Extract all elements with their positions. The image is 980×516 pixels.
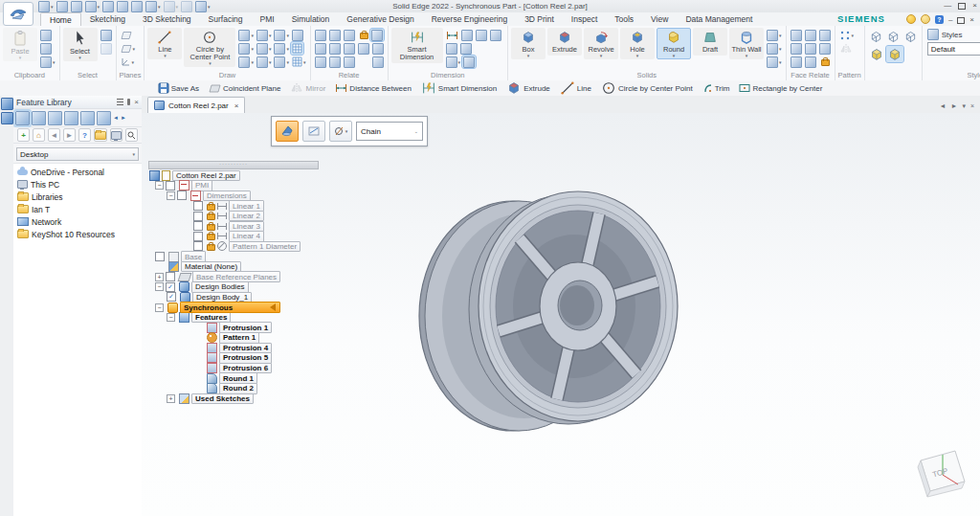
save-as-command[interactable]: Save As xyxy=(158,82,199,94)
intersect-button[interactable] xyxy=(357,42,370,55)
cut-button[interactable] xyxy=(39,29,53,41)
model-3d[interactable] xyxy=(410,172,725,460)
tree-row-design-body-1[interactable]: ✓Design Body_1 xyxy=(145,292,433,303)
close-button[interactable]: × xyxy=(972,1,977,10)
tree-row-used-sketches[interactable]: +Used Sketches xyxy=(145,393,433,404)
fillet-button[interactable]: ▾ xyxy=(273,29,290,41)
round-button[interactable]: Round▾ xyxy=(657,28,691,59)
tree-row-round-2[interactable]: Round 2 xyxy=(145,383,433,393)
pattern-button[interactable]: ▾ xyxy=(838,29,856,41)
tab-home[interactable]: Home xyxy=(40,12,81,26)
chain-dropdown[interactable]: Chain ⌄ xyxy=(356,122,423,141)
coordinate-dimension-button[interactable] xyxy=(475,29,488,41)
panel-menu-icon[interactable] xyxy=(117,99,123,105)
qat-undo-button[interactable]: ▾ xyxy=(145,1,161,12)
qat-customize-button[interactable]: ▾ xyxy=(195,1,211,12)
box-button[interactable]: Box▾ xyxy=(511,28,546,59)
application-button[interactable] xyxy=(3,2,33,26)
checkbox-unchecked[interactable] xyxy=(193,241,203,251)
fr-horizontal-button[interactable] xyxy=(790,56,803,68)
qat-save-button[interactable] xyxy=(71,1,82,12)
concentric-button[interactable] xyxy=(343,29,356,41)
cube-wire-button[interactable] xyxy=(868,29,884,45)
collinear-button[interactable] xyxy=(328,29,342,41)
curve-button[interactable]: ▾ xyxy=(256,42,273,55)
forward-button[interactable]: ► xyxy=(63,128,76,142)
help-button[interactable]: ? xyxy=(78,128,91,142)
tab-close-all-icon[interactable]: × xyxy=(970,102,974,110)
tab-scroll-right-icon[interactable]: ► xyxy=(950,102,957,110)
extrude-command[interactable]: Extrude xyxy=(506,80,550,96)
expand-icon[interactable]: + xyxy=(167,394,175,403)
fr-tangent-button[interactable] xyxy=(804,56,817,68)
qat-sheet-setup-button[interactable] xyxy=(102,1,114,12)
grid-options-button[interactable]: ▾ xyxy=(291,56,307,68)
tree-row-pmi[interactable]: −PMI xyxy=(145,181,433,191)
tab-pmi[interactable]: PMI xyxy=(252,12,283,26)
fr-coplanar-button[interactable] xyxy=(804,29,817,41)
tree-row-protrusion-4[interactable]: Protrusion 4 xyxy=(145,343,433,353)
tree-row-pattern-1-diameter[interactable]: Pattern 1 Diameter xyxy=(145,241,433,252)
cube-wire-button[interactable] xyxy=(885,29,902,45)
library-item-onedrive-personal[interactable]: OneDrive - Personal xyxy=(13,166,142,178)
minimize-button[interactable]: — xyxy=(944,1,951,10)
qat-links-button[interactable] xyxy=(117,1,128,12)
format-painter-button[interactable]: ▾ xyxy=(39,56,56,68)
qat-new-button[interactable]: ▾ xyxy=(38,1,54,12)
arc-button[interactable]: ▾ xyxy=(256,29,273,41)
checkbox-unchecked[interactable] xyxy=(155,252,165,261)
pathfinder-drag-handle[interactable]: ·········· xyxy=(148,161,319,169)
extrude-button[interactable]: Extrude xyxy=(547,28,582,56)
checkbox-unchecked[interactable] xyxy=(177,191,187,200)
document-tab[interactable]: Cotton Reel 2.par × xyxy=(147,97,245,113)
smart-dimension-command[interactable]: Smart Dimension xyxy=(421,80,497,96)
tab-inspect[interactable]: Inspect xyxy=(563,12,606,26)
workspace-button[interactable] xyxy=(110,128,122,142)
fr-parallel-button[interactable] xyxy=(790,42,803,55)
doc-restore-button[interactable] xyxy=(957,17,965,24)
account-smiley-icon[interactable] xyxy=(906,14,916,24)
fix-button[interactable] xyxy=(343,56,356,68)
pin-icon[interactable] xyxy=(127,99,130,105)
collapse-icon[interactable]: − xyxy=(155,181,164,190)
collapse-arrow-icon[interactable] xyxy=(270,303,276,311)
tab-reverse-engineering[interactable]: Reverse Engineering xyxy=(423,12,516,26)
back-button[interactable]: ◄ xyxy=(48,128,60,142)
qat-select-tool-button[interactable] xyxy=(181,1,192,12)
cube-gold-button[interactable] xyxy=(886,46,903,62)
collapse-icon[interactable]: − xyxy=(167,313,175,322)
diameter-button[interactable] xyxy=(459,42,473,55)
expand-icon[interactable]: + xyxy=(155,273,164,281)
trim-command[interactable]: Trim xyxy=(702,83,730,94)
mirror-button[interactable] xyxy=(838,42,854,55)
symmetry-axis-button[interactable] xyxy=(328,56,342,68)
library-parts-tab[interactable] xyxy=(15,111,30,125)
fr-offset-button[interactable] xyxy=(818,29,832,41)
tree-row-protrusion-5[interactable]: Protrusion 5 xyxy=(145,353,433,364)
tab-sketching[interactable]: Sketching xyxy=(81,12,134,26)
maximize-button[interactable] xyxy=(958,3,966,10)
radius-button[interactable] xyxy=(445,42,458,55)
tab-surfacing[interactable]: Surfacing xyxy=(200,12,252,26)
library-display-tab[interactable] xyxy=(48,111,62,125)
fr-equal-button[interactable] xyxy=(818,42,832,55)
search-button[interactable] xyxy=(125,128,138,142)
new-folder-button[interactable] xyxy=(94,128,107,142)
mirror-command[interactable]: Mirror xyxy=(290,82,325,94)
checkbox-unchecked[interactable] xyxy=(193,232,203,241)
paste-button[interactable]: Paste▾ xyxy=(3,28,37,61)
qat-key-button[interactable] xyxy=(131,1,143,12)
panel-close-icon[interactable]: × xyxy=(134,98,139,106)
library-item-libraries[interactable]: Libraries xyxy=(13,191,142,203)
checkbox-checked[interactable]: ✓ xyxy=(166,282,175,292)
help-icon[interactable]: ? xyxy=(935,15,944,24)
model-canvas[interactable]: ▾ Chain ⌄ ·········· Cotton Reel 2.par−P… xyxy=(142,113,980,516)
tree-row-protrusion-6[interactable]: Protrusion 6 xyxy=(145,363,433,373)
style-dropdown[interactable]: Default▾ xyxy=(927,42,980,56)
tree-row-cotton-reel-2-par[interactable]: Cotton Reel 2.par xyxy=(145,170,433,181)
bolt-hole-button[interactable] xyxy=(291,29,304,41)
equal-button[interactable] xyxy=(328,42,342,55)
plane-more-button[interactable]: ▾ xyxy=(120,42,137,55)
lock-button[interactable] xyxy=(357,29,369,41)
tab-tools[interactable]: Tools xyxy=(606,12,642,26)
